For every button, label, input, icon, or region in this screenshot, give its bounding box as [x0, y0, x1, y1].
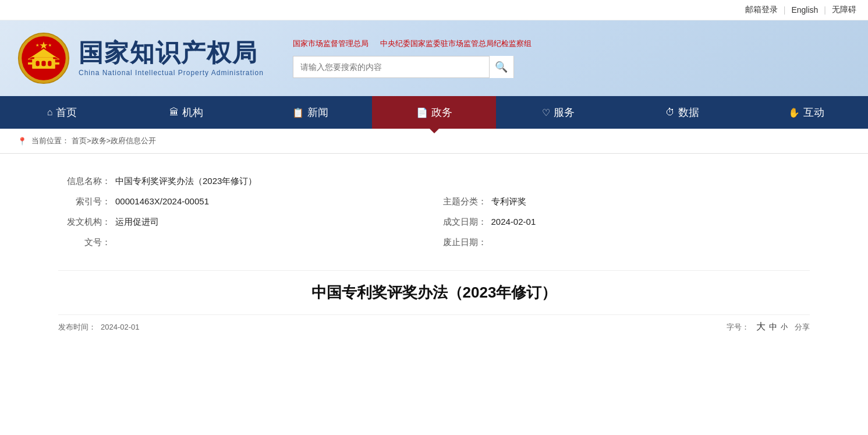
- info-pair-expire: 废止日期：: [434, 237, 810, 248]
- nav-label-gov: 政务: [431, 105, 452, 119]
- info-index-label: 索引号：: [58, 196, 111, 207]
- main-nav: ⌂ 首页 🏛 机构 📋 新闻 📄 政务 ♡ 服务 ⏱ 数据 ✋ 互动: [0, 96, 868, 129]
- top-bar: 邮箱登录 | English | 无障碍: [0, 0, 868, 20]
- nav-label-data: 数据: [678, 105, 699, 119]
- data-icon: ⏱: [665, 107, 675, 118]
- publish-time-value: 2024-02-01: [101, 323, 140, 331]
- logo-chinese-name: 国家知识产权局: [79, 40, 264, 66]
- svg-rect-5: [36, 61, 40, 66]
- nav-label-service: 服务: [554, 105, 575, 119]
- info-subject-label: 主题分类：: [434, 196, 487, 207]
- search-input[interactable]: [293, 62, 489, 72]
- font-medium-button[interactable]: 中: [769, 322, 777, 333]
- info-expire-label: 废止日期：: [434, 237, 487, 248]
- nav-item-news[interactable]: 📋 新闻: [248, 96, 372, 129]
- font-size-ctrl: 大 中 小: [756, 321, 788, 333]
- info-row-name: 信息名称： 中国专利奖评奖办法（2023年修订）: [58, 171, 810, 192]
- nav-item-gov[interactable]: 📄 政务: [372, 96, 496, 129]
- info-date-label: 成文日期：: [434, 217, 487, 228]
- location-icon: 📍: [17, 137, 27, 146]
- institution-icon: 🏛: [169, 107, 179, 118]
- nav-item-institution[interactable]: 🏛 机构: [124, 96, 248, 129]
- national-emblem-icon: [17, 32, 70, 84]
- info-pair-subject: 主题分类： 专利评奖: [434, 196, 810, 207]
- accessibility-link[interactable]: 无障碍: [832, 5, 856, 15]
- info-docno-label: 文号：: [58, 237, 111, 248]
- separator-1: |: [784, 5, 786, 15]
- email-login-link[interactable]: 邮箱登录: [745, 5, 778, 15]
- service-icon: ♡: [542, 107, 550, 118]
- logo-english-name: China National Intellectual Property Adm…: [79, 69, 264, 77]
- document-title: 中国专利奖评奖办法（2023年修订）: [58, 282, 810, 303]
- search-bar: 🔍: [293, 56, 514, 78]
- breadcrumb-prefix: 当前位置：: [31, 136, 69, 146]
- info-docno-value: [111, 237, 434, 248]
- publish-info: 发布时间： 2024-02-01: [58, 322, 140, 333]
- info-subject-value: 专利评奖: [487, 196, 810, 207]
- info-pair-docno: 文号：: [58, 237, 434, 248]
- search-button[interactable]: 🔍: [489, 56, 513, 78]
- breadcrumb-path: 首页>政务>政府信息公开: [72, 136, 156, 146]
- interact-icon: ✋: [788, 107, 800, 118]
- font-large-button[interactable]: 大: [756, 321, 766, 333]
- news-icon: 📋: [292, 107, 304, 118]
- nav-label-interact: 互动: [803, 105, 824, 119]
- english-link[interactable]: English: [791, 5, 818, 15]
- info-name-label: 信息名称：: [58, 176, 111, 187]
- top-bar-links: 邮箱登录 | English | 无障碍: [745, 5, 856, 15]
- home-icon: ⌂: [47, 107, 53, 118]
- document-meta: 发布时间： 2024-02-01 字号： 大 中 小 分享: [58, 314, 810, 339]
- info-index-value: 00001463X/2024-00051: [111, 196, 434, 207]
- font-size-label: 字号：: [727, 322, 749, 333]
- external-link-1[interactable]: 国家市场监督管理总局: [293, 38, 369, 49]
- info-table: 信息名称： 中国专利奖评奖办法（2023年修订） 索引号： 00001463X/…: [58, 171, 810, 253]
- info-org-value: 运用促进司: [111, 217, 434, 228]
- info-row-docno-expire: 文号： 废止日期：: [58, 232, 810, 253]
- info-org-label: 发文机构：: [58, 217, 111, 228]
- nav-item-service[interactable]: ♡ 服务: [496, 96, 620, 129]
- header-right: 国家市场监督管理总局 中央纪委国家监委驻市场监管总局纪检监察组 🔍: [281, 20, 868, 96]
- nav-item-home[interactable]: ⌂ 首页: [0, 96, 124, 129]
- info-row-org-date: 发文机构： 运用促进司 成文日期： 2024-02-01: [58, 212, 810, 232]
- header-external-links: 国家市场监督管理总局 中央纪委国家监委驻市场监管总局纪检监察组: [293, 38, 856, 49]
- info-pair-index: 索引号： 00001463X/2024-00051: [58, 196, 434, 207]
- separator-2: |: [824, 5, 826, 15]
- logo-text-group: 国家知识产权局 China National Intellectual Prop…: [79, 40, 264, 77]
- main-content: 信息名称： 中国专利奖评奖办法（2023年修订） 索引号： 00001463X/…: [0, 154, 868, 368]
- external-link-2[interactable]: 中央纪委国家监委驻市场监管总局纪检监察组: [380, 38, 532, 49]
- nav-item-interact[interactable]: ✋ 互动: [744, 96, 868, 129]
- svg-rect-7: [48, 61, 51, 66]
- font-small-button[interactable]: 小: [781, 322, 788, 332]
- info-pair-date: 成文日期： 2024-02-01: [434, 217, 810, 228]
- info-expire-value: [487, 237, 810, 248]
- svg-rect-6: [41, 61, 45, 66]
- nav-label-news: 新闻: [307, 105, 328, 119]
- nav-label-home: 首页: [56, 105, 77, 119]
- share-label[interactable]: 分享: [795, 322, 810, 333]
- nav-item-data[interactable]: ⏱ 数据: [620, 96, 744, 129]
- info-date-value: 2024-02-01: [487, 217, 810, 228]
- svg-rect-3: [34, 57, 53, 60]
- info-row-index-subject: 索引号： 00001463X/2024-00051 主题分类： 专利评奖: [58, 192, 810, 212]
- document-title-section: 中国专利奖评奖办法（2023年修订） 发布时间： 2024-02-01 字号： …: [58, 270, 810, 345]
- font-size-controls: 字号： 大 中 小 分享: [727, 321, 810, 333]
- info-name-value: 中国专利奖评奖办法（2023年修订）: [111, 176, 810, 187]
- publish-time-label: 发布时间：: [58, 322, 96, 333]
- search-icon: 🔍: [495, 61, 508, 73]
- gov-icon: 📄: [416, 107, 428, 118]
- info-pair-org: 发文机构： 运用促进司: [58, 217, 434, 228]
- nav-label-institution: 机构: [182, 105, 203, 119]
- header: 国家知识产权局 China National Intellectual Prop…: [0, 20, 868, 96]
- header-logo: 国家知识产权局 China National Intellectual Prop…: [0, 20, 281, 96]
